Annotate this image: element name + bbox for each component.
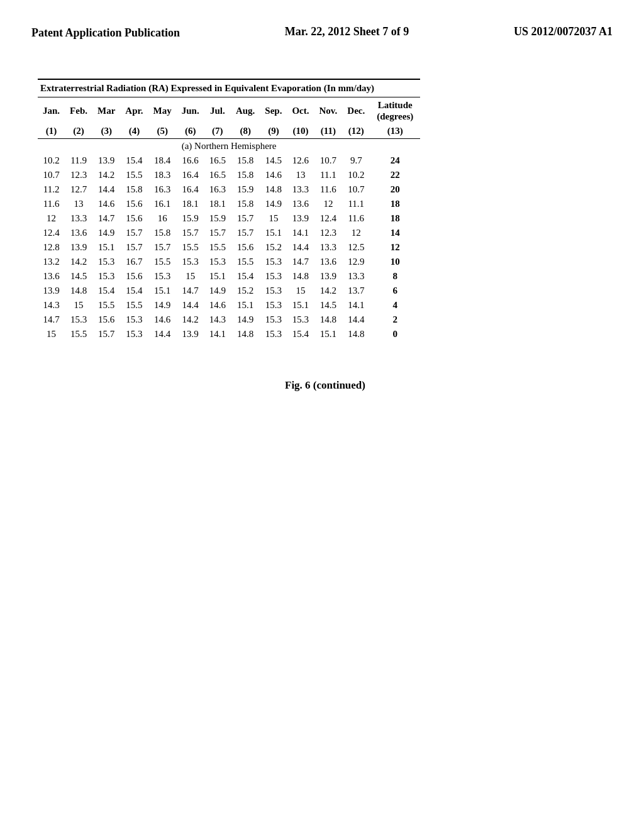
table-cell: 16.6: [177, 153, 204, 168]
table-cell: 14.8: [65, 284, 92, 298]
col-sep-label: Sep.: [260, 97, 287, 124]
table-cell: 14.4: [148, 327, 177, 341]
col-jul-num: (7): [204, 124, 231, 139]
table-cell: 13: [65, 197, 92, 211]
table-cell: 14.1: [342, 298, 370, 313]
col-jan-num: (1): [38, 124, 65, 139]
table-cell: 12.4: [314, 211, 343, 226]
table-cell: 14.5: [65, 269, 92, 284]
table-cell: 14.9: [92, 226, 120, 240]
table-col-header-row: Jan. Feb. Mar Apr. May Jun. Jul. Aug. Se…: [38, 97, 420, 124]
table-cell: 15.3: [148, 269, 177, 284]
table-cell: 15.7: [231, 226, 260, 240]
col-sep-num: (9): [260, 124, 287, 139]
table-cell: 14.5: [260, 153, 287, 168]
table-cell: 15.1: [148, 284, 177, 298]
table-cell: 15.7: [204, 226, 231, 240]
table-cell: 12: [342, 226, 370, 240]
table-cell: 13.9: [65, 240, 92, 255]
col-oct-label: Oct.: [287, 97, 314, 124]
table-row: 13.914.815.415.415.114.714.915.215.31514…: [38, 284, 420, 298]
table-cell: 15.3: [260, 327, 287, 341]
table-cell: 12: [38, 211, 65, 226]
table-cell: 15.7: [231, 211, 260, 226]
table-cell: 14.9: [231, 313, 260, 327]
page-header: Patent Application Publication Mar. 22, …: [0, 0, 644, 53]
table-cell: 15.3: [260, 255, 287, 269]
table-cell: 15: [260, 211, 287, 226]
table-cell: 16.3: [148, 182, 177, 197]
publication-title: Patent Application Publication: [31, 25, 180, 41]
table-cell: 14.7: [177, 284, 204, 298]
hemisphere-label: (a) Northern Hemisphere: [38, 139, 420, 154]
table-cell: 15.5: [92, 298, 120, 313]
table-cell: 10: [370, 255, 420, 269]
table-cell: 15.4: [120, 153, 148, 168]
table-cell: 13.6: [38, 269, 65, 284]
table-cell: 11.6: [38, 197, 65, 211]
table-cell: 13.6: [314, 255, 343, 269]
table-cell: 12: [314, 197, 343, 211]
table-cell: 11.6: [342, 211, 370, 226]
col-mar-num: (3): [92, 124, 120, 139]
table-cell: 15.7: [177, 226, 204, 240]
table-cell: 11.6: [314, 182, 343, 197]
col-apr-label: Apr.: [120, 97, 148, 124]
table-cell: 15.4: [231, 269, 260, 284]
table-cell: 15.3: [92, 269, 120, 284]
table-cell: 15.6: [120, 211, 148, 226]
table-cell: 11.9: [65, 153, 92, 168]
table-cell: 15.9: [204, 211, 231, 226]
table-cell: 15.8: [231, 197, 260, 211]
table-cell: 12.5: [342, 240, 370, 255]
table-cell: 24: [370, 153, 420, 168]
table-cell: 14.6: [92, 197, 120, 211]
table-cell: 15.1: [314, 327, 343, 341]
table-cell: 18.1: [177, 197, 204, 211]
table-cell: 15.1: [231, 298, 260, 313]
table-cell: 18.3: [148, 168, 177, 182]
table-cell: 10.7: [342, 182, 370, 197]
col-jan-label: Jan.: [38, 97, 65, 124]
table-cell: 12.3: [65, 168, 92, 182]
table-cell: 15.6: [120, 197, 148, 211]
table-row: 12.813.915.115.715.715.515.515.615.214.4…: [38, 240, 420, 255]
col-feb-num: (2): [65, 124, 92, 139]
table-main-title: Extraterrestrial Radiation (RA) Expresse…: [38, 79, 420, 97]
table-cell: 15.9: [231, 182, 260, 197]
table-cell: 15.4: [287, 327, 314, 341]
table-cell: 14.2: [65, 255, 92, 269]
table-cell: 14.8: [287, 269, 314, 284]
table-cell: 15.3: [65, 313, 92, 327]
table-cell: 13.9: [314, 269, 343, 284]
col-apr-num: (4): [120, 124, 148, 139]
table-cell: 15.5: [120, 168, 148, 182]
table-cell: 15.7: [148, 240, 177, 255]
col-lat-label: Latitude (degrees): [370, 97, 420, 124]
table-cell: 15.6: [120, 269, 148, 284]
table-cell: 14.4: [177, 298, 204, 313]
table-cell: 12.8: [38, 240, 65, 255]
table-cell: 15: [287, 284, 314, 298]
table-cell: 15.5: [148, 255, 177, 269]
table-main-title-row: Extraterrestrial Radiation (RA) Expresse…: [38, 79, 420, 97]
table-body: 10.211.913.915.418.416.616.515.814.512.6…: [38, 153, 420, 341]
table-cell: 14.8: [231, 327, 260, 341]
table-cell: 13.6: [287, 197, 314, 211]
table-cell: 12.3: [314, 226, 343, 240]
table-cell: 13.2: [38, 255, 65, 269]
table-row: 13.614.515.315.615.31515.115.415.314.813…: [38, 269, 420, 284]
table-cell: 13: [287, 168, 314, 182]
table-row: 1515.515.715.314.413.914.114.815.315.415…: [38, 327, 420, 341]
table-cell: 13.3: [287, 182, 314, 197]
table-cell: 14.7: [287, 255, 314, 269]
table-cell: 13.9: [92, 153, 120, 168]
table-cell: 15.4: [92, 284, 120, 298]
table-cell: 14.7: [92, 211, 120, 226]
table-cell: 16.1: [148, 197, 177, 211]
col-nov-label: Nov.: [314, 97, 343, 124]
table-cell: 14.5: [314, 298, 343, 313]
col-dec-label: Dec.: [342, 97, 370, 124]
table-cell: 15.3: [287, 313, 314, 327]
table-cell: 18: [370, 211, 420, 226]
